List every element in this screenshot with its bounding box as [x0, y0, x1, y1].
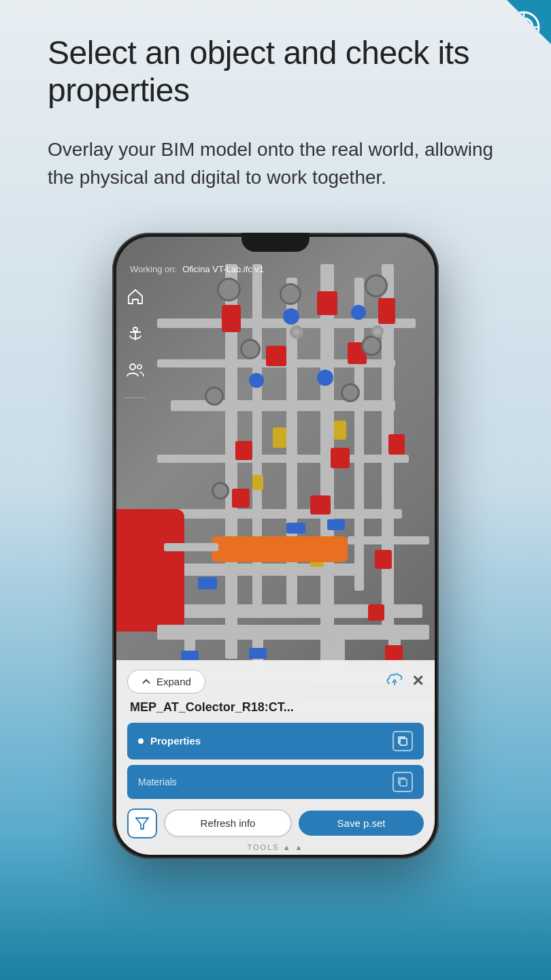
- sidebar-divider: [125, 397, 146, 398]
- svg-point-7: [133, 327, 137, 331]
- phone-screen: Working on: Oficina VT-Lab.ifc v1: [116, 237, 435, 855]
- phone-side-button: [438, 355, 439, 396]
- svg-point-11: [137, 365, 141, 369]
- close-icon[interactable]: ✕: [412, 672, 424, 690]
- working-label: Working on:: [130, 264, 177, 274]
- cloud-icon[interactable]: [386, 672, 403, 690]
- working-bar: Working on: Oficina VT-Lab.ifc v1: [130, 264, 421, 274]
- properties-label: Properties: [150, 735, 201, 747]
- working-file: Oficina VT-Lab.ifc v1: [182, 264, 264, 274]
- expand-bar: Expand ✕: [127, 670, 424, 693]
- phone-container: Working on: Oficina VT-Lab.ifc v1: [0, 226, 551, 859]
- users-icon[interactable]: [123, 358, 148, 382]
- phone-bottom-panel: Expand ✕: [116, 660, 435, 855]
- content-area: Select an object and check its propertie…: [0, 0, 551, 192]
- properties-row[interactable]: Properties: [127, 723, 424, 760]
- anchor-icon[interactable]: [123, 321, 148, 346]
- materials-copy-icon[interactable]: [393, 772, 413, 792]
- bullet-icon: [138, 738, 144, 744]
- home-icon[interactable]: [123, 284, 148, 309]
- svg-rect-13: [400, 738, 407, 745]
- expand-button[interactable]: Expand: [127, 670, 205, 693]
- filter-button[interactable]: [127, 808, 157, 838]
- phone-mockup: Working on: Oficina VT-Lab.ifc v1: [112, 233, 439, 859]
- properties-row-left: Properties: [138, 735, 201, 747]
- svg-point-10: [130, 364, 135, 370]
- main-title: Select an object and check its propertie…: [48, 34, 517, 109]
- materials-label: Materials: [138, 777, 177, 787]
- materials-row[interactable]: Materials: [127, 765, 424, 799]
- panel-actions: ✕: [386, 672, 424, 690]
- phone-notch: [241, 233, 310, 252]
- expand-label: Expand: [156, 676, 191, 687]
- action-buttons: Refresh info Save p.set: [127, 808, 424, 838]
- svg-rect-14: [400, 779, 407, 786]
- svg-marker-15: [136, 818, 148, 829]
- copy-icon[interactable]: [393, 731, 413, 751]
- bim-scene: Working on: Oficina VT-Lab.ifc v1: [116, 237, 435, 855]
- tools-hint: TOOLS ▲ ▲: [116, 843, 435, 851]
- element-name: MEP_AT_Colector_R18:CT...: [127, 700, 424, 715]
- phone-sidebar: [123, 284, 148, 401]
- subtitle: Overlay your BIM model onto the real wor…: [48, 136, 517, 191]
- refresh-button[interactable]: Refresh info: [164, 809, 292, 837]
- save-button[interactable]: Save p.set: [299, 811, 424, 836]
